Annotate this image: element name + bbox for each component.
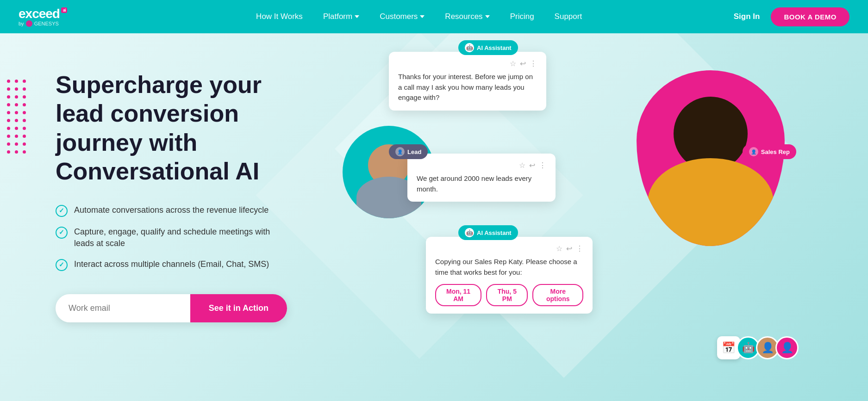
reply-icon-2[interactable]: ↩ <box>529 161 535 170</box>
customers-chevron-icon <box>420 15 425 18</box>
email-input[interactable] <box>56 294 190 322</box>
star-icon-2[interactable]: ☆ <box>519 161 525 170</box>
check-icon-3 <box>56 259 68 271</box>
sales-rep-badge: 👤 Sales Rep <box>743 144 796 159</box>
book-demo-button[interactable]: BOOK A DEMO <box>771 7 849 26</box>
hero-title: Supercharge your lead conversion journey… <box>56 70 287 186</box>
nav-links: How It Works Platform Customers Resource… <box>104 8 733 25</box>
resources-chevron-icon <box>485 15 490 18</box>
time-option-1[interactable]: Mon, 11 AM <box>435 284 481 306</box>
more-icon-3[interactable]: ⋮ <box>576 244 583 253</box>
small-avatars: 📅 🤖 👤 👤 <box>713 336 799 359</box>
chat-card-3: ☆ ↩ ⋮ Copying our Sales Rep Katy. Please… <box>426 237 593 314</box>
logo-text: exceed <box>19 6 60 21</box>
lead-person-icon: 👤 <box>395 147 405 156</box>
nav-pricing[interactable]: Pricing <box>500 8 544 25</box>
chat-message-3: Copying our Sales Rep Katy. Please choos… <box>435 257 583 278</box>
avatar-3: 👤 <box>775 336 799 359</box>
chat-message-1: Thanks for your interest. Before we jump… <box>398 72 537 103</box>
lead-badge: 👤 Lead <box>389 144 428 159</box>
more-icon-2[interactable]: ⋮ <box>539 161 546 170</box>
feature-item-1: Automate conversations across the revenu… <box>56 204 287 217</box>
chat-actions-3: ☆ ↩ ⋮ <box>435 244 583 253</box>
sign-in-link[interactable]: Sign In <box>734 12 760 21</box>
nav-customers[interactable]: Customers <box>369 8 435 25</box>
nav-resources[interactable]: Resources <box>435 8 500 25</box>
ai-badge-2: 🤖 AI Assistant <box>458 225 518 240</box>
chat-actions-2: ☆ ↩ ⋮ <box>417 161 546 170</box>
chat-actions-1: ☆ ↩ ⋮ <box>398 59 537 68</box>
feature-item-3: Interact across multiple channels (Email… <box>56 259 287 271</box>
time-option-2[interactable]: Thu, 5 PM <box>486 284 528 306</box>
sales-person-icon: 👤 <box>749 147 758 156</box>
genesys-icon <box>26 20 32 27</box>
genesys-label: by GENESYS <box>19 20 67 27</box>
calendar-icon: 📅 <box>722 341 736 354</box>
more-options-button[interactable]: More options <box>532 284 583 306</box>
cta-button[interactable]: See it in Action <box>190 294 287 322</box>
platform-chevron-icon <box>355 15 359 18</box>
nav-support[interactable]: Support <box>544 8 593 25</box>
hero-section: Supercharge your lead conversion journey… <box>0 33 868 401</box>
star-icon-1[interactable]: ☆ <box>510 59 516 68</box>
nav-platform[interactable]: Platform <box>313 8 369 25</box>
ai-badge-1: 🤖 AI Assistant <box>458 40 518 55</box>
ai-badge: ai <box>61 7 68 13</box>
logo[interactable]: exceed ai <box>19 6 67 21</box>
hero-right: 🤖 AI Assistant ☆ ↩ ⋮ Thanks for your int… <box>315 33 868 401</box>
chat-message-2: We get around 2000 new leads every month… <box>417 173 546 194</box>
feature-item-2: Capture, engage, qualify and schedule me… <box>56 226 287 249</box>
more-icon-1[interactable]: ⋮ <box>530 59 537 68</box>
chat-card-2: ☆ ↩ ⋮ We get around 2000 new leads every… <box>407 154 556 202</box>
feature-list: Automate conversations across the revenu… <box>56 204 287 271</box>
reply-icon-1[interactable]: ↩ <box>520 59 526 68</box>
navbar: exceed ai by GENESYS How It Works Platfo… <box>0 0 868 33</box>
time-options: Mon, 11 AM Thu, 5 PM More options <box>435 284 583 306</box>
check-icon-2 <box>56 227 68 239</box>
reply-icon-3[interactable]: ↩ <box>566 244 572 253</box>
nav-right: Sign In BOOK A DEMO <box>734 7 849 26</box>
logo-area: exceed ai by GENESYS <box>19 6 67 27</box>
bot-icon-1: 🤖 <box>465 43 474 52</box>
star-icon-3[interactable]: ☆ <box>556 244 562 253</box>
nav-how-it-works[interactable]: How It Works <box>246 8 313 25</box>
hero-left: Supercharge your lead conversion journey… <box>0 33 315 401</box>
check-icon-1 <box>56 205 68 217</box>
bot-icon-2: 🤖 <box>465 228 474 237</box>
chat-card-1: ☆ ↩ ⋮ Thanks for your interest. Before w… <box>389 52 546 111</box>
email-form: See it in Action <box>56 294 287 322</box>
